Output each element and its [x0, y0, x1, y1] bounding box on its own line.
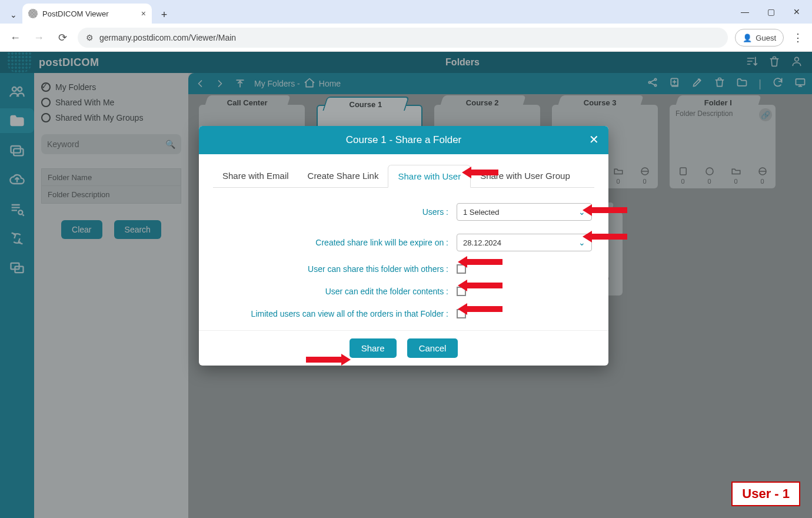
users-select[interactable]: 1 Selected ⌄: [457, 203, 592, 221]
chevron-down-icon: ⌄: [578, 238, 585, 247]
share-folder-modal: Course 1 - Share a Folder ✕ Share with E…: [199, 126, 608, 366]
modal-title: Course 1 - Share a Folder: [346, 134, 462, 146]
modal-footer: Share Cancel: [199, 330, 608, 366]
window-close-button[interactable]: ✕: [791, 7, 803, 16]
site-settings-icon[interactable]: ⚙: [86, 33, 94, 42]
nav-back-button[interactable]: ←: [7, 29, 24, 46]
window-minimize-button[interactable]: —: [739, 7, 751, 16]
browser-chrome: ⌄ PostDICOM Viewer × + — ▢ ✕ ← → ⟳ ⚙ ger…: [0, 0, 812, 52]
browser-menu-button[interactable]: ⋮: [791, 31, 805, 44]
tab-share-user[interactable]: Share with User: [388, 165, 471, 188]
address-bar: ← → ⟳ ⚙ germany.postdicom.com/Viewer/Mai…: [0, 24, 812, 52]
nav-forward-button[interactable]: →: [31, 29, 47, 46]
modal-header: Course 1 - Share a Folder ✕: [199, 126, 608, 154]
expire-date-select[interactable]: 28.12.2024 ⌄: [457, 234, 592, 251]
tab-share-email[interactable]: Share with Email: [213, 165, 298, 187]
perm-limited-checkbox[interactable]: [457, 309, 466, 318]
expire-date-value: 28.12.2024: [463, 238, 501, 247]
modal-tabs: Share with Email Create Share Link Share…: [213, 165, 594, 188]
chevron-down-icon: ⌄: [578, 207, 585, 217]
tab-list-dropdown[interactable]: ⌄: [5, 6, 22, 24]
users-select-value: 1 Selected: [463, 208, 499, 217]
perm-edit-label: User can edit the folder contents :: [215, 287, 448, 296]
url-text: germany.postdicom.com/Viewer/Main: [99, 33, 236, 42]
profile-button[interactable]: 👤 Guest: [735, 29, 784, 47]
window-maximize-button[interactable]: ▢: [765, 7, 777, 16]
users-label: Users :: [422, 207, 448, 217]
expire-label: Created share link will be expire on :: [315, 238, 448, 247]
browser-tab[interactable]: PostDICOM Viewer ×: [22, 4, 152, 24]
share-button[interactable]: Share: [350, 338, 397, 358]
perm-limited-label: Limited users can view all of the orders…: [215, 309, 448, 318]
browser-tab-bar: ⌄ PostDICOM Viewer × + — ▢ ✕: [0, 0, 812, 24]
modal-close-button[interactable]: ✕: [586, 132, 601, 147]
perm-share-checkbox[interactable]: [457, 264, 466, 274]
perm-edit-checkbox[interactable]: [457, 287, 466, 296]
url-input[interactable]: ⚙ germany.postdicom.com/Viewer/Main: [78, 28, 728, 48]
cancel-button[interactable]: Cancel: [407, 338, 458, 358]
tab-create-link[interactable]: Create Share Link: [298, 165, 388, 187]
nav-reload-button[interactable]: ⟳: [54, 29, 71, 46]
window-controls: — ▢ ✕: [732, 0, 810, 24]
tab-favicon-icon: [28, 9, 38, 18]
profile-label: Guest: [756, 34, 776, 42]
tab-title: PostDICOM Viewer: [42, 9, 108, 18]
user-badge: User - 1: [731, 482, 800, 506]
profile-icon: 👤: [743, 34, 752, 42]
new-tab-button[interactable]: +: [155, 6, 173, 24]
share-form: Users : 1 Selected ⌄ Created share link …: [213, 188, 594, 324]
perm-share-label: User can share this folder with others :: [215, 264, 448, 274]
tab-share-group[interactable]: Share with User Group: [471, 165, 580, 187]
app: postDICOM Folders My Folders Shared With…: [0, 52, 812, 518]
tab-close-icon[interactable]: ×: [141, 9, 146, 18]
